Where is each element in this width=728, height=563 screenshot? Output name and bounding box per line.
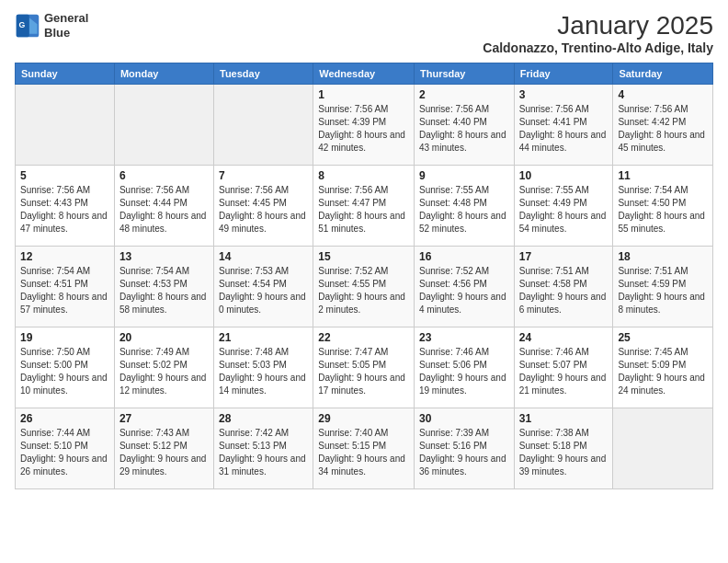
- day-cell: 16Sunrise: 7:52 AM Sunset: 4:56 PM Dayli…: [414, 247, 514, 327]
- location-subtitle: Caldonazzo, Trentino-Alto Adige, Italy: [483, 40, 713, 55]
- day-cell: [16, 85, 115, 166]
- day-info: Sunrise: 7:49 AM Sunset: 5:02 PM Dayligh…: [119, 346, 209, 397]
- day-number: 4: [618, 88, 708, 101]
- day-info: Sunrise: 7:44 AM Sunset: 5:10 PM Dayligh…: [20, 427, 109, 478]
- day-cell: 3Sunrise: 7:56 AM Sunset: 4:41 PM Daylig…: [514, 85, 613, 166]
- day-info: Sunrise: 7:40 AM Sunset: 5:15 PM Dayligh…: [318, 427, 409, 478]
- day-number: 14: [219, 250, 308, 263]
- day-number: 8: [318, 169, 409, 182]
- day-number: 17: [519, 250, 609, 263]
- day-cell: 25Sunrise: 7:45 AM Sunset: 5:09 PM Dayli…: [613, 327, 713, 408]
- day-info: Sunrise: 7:56 AM Sunset: 4:41 PM Dayligh…: [519, 103, 609, 155]
- header: G General Blue January 2025 Caldonazzo, …: [15, 11, 713, 55]
- day-cell: 8Sunrise: 7:56 AM Sunset: 4:47 PM Daylig…: [313, 166, 415, 247]
- day-cell: 23Sunrise: 7:46 AM Sunset: 5:06 PM Dayli…: [414, 327, 514, 408]
- day-number: 3: [519, 88, 609, 101]
- day-cell: 22Sunrise: 7:47 AM Sunset: 5:05 PM Dayli…: [313, 327, 415, 408]
- page-container: G General Blue January 2025 Caldonazzo, …: [0, 0, 728, 497]
- week-row-0: 1Sunrise: 7:56 AM Sunset: 4:39 PM Daylig…: [16, 85, 713, 166]
- day-info: Sunrise: 7:56 AM Sunset: 4:45 PM Dayligh…: [219, 184, 308, 236]
- day-number: 22: [318, 331, 409, 344]
- day-info: Sunrise: 7:56 AM Sunset: 4:47 PM Dayligh…: [318, 184, 409, 236]
- day-cell: 13Sunrise: 7:54 AM Sunset: 4:53 PM Dayli…: [114, 247, 213, 327]
- logo: G General Blue: [15, 11, 88, 40]
- day-info: Sunrise: 7:46 AM Sunset: 5:06 PM Dayligh…: [419, 346, 509, 397]
- day-info: Sunrise: 7:51 AM Sunset: 4:59 PM Dayligh…: [618, 265, 708, 316]
- day-number: 26: [20, 412, 109, 425]
- day-cell: 17Sunrise: 7:51 AM Sunset: 4:58 PM Dayli…: [514, 247, 613, 327]
- day-cell: 20Sunrise: 7:49 AM Sunset: 5:02 PM Dayli…: [114, 327, 213, 408]
- calendar-body: 1Sunrise: 7:56 AM Sunset: 4:39 PM Daylig…: [16, 85, 713, 489]
- day-cell: 29Sunrise: 7:40 AM Sunset: 5:15 PM Dayli…: [313, 408, 415, 489]
- day-cell: 6Sunrise: 7:56 AM Sunset: 4:44 PM Daylig…: [114, 166, 213, 247]
- day-number: 1: [318, 88, 409, 101]
- day-info: Sunrise: 7:56 AM Sunset: 4:44 PM Dayligh…: [119, 184, 209, 236]
- day-info: Sunrise: 7:39 AM Sunset: 5:16 PM Dayligh…: [419, 427, 509, 478]
- header-cell-sunday: Sunday: [16, 63, 115, 85]
- day-info: Sunrise: 7:54 AM Sunset: 4:50 PM Dayligh…: [618, 184, 708, 236]
- day-info: Sunrise: 7:43 AM Sunset: 5:12 PM Dayligh…: [119, 427, 209, 478]
- day-cell: 19Sunrise: 7:50 AM Sunset: 5:00 PM Dayli…: [16, 327, 115, 408]
- day-cell: 4Sunrise: 7:56 AM Sunset: 4:42 PM Daylig…: [613, 85, 713, 166]
- header-cell-thursday: Thursday: [414, 63, 514, 85]
- day-info: Sunrise: 7:42 AM Sunset: 5:13 PM Dayligh…: [219, 427, 308, 478]
- day-cell: 24Sunrise: 7:46 AM Sunset: 5:07 PM Dayli…: [514, 327, 613, 408]
- header-cell-saturday: Saturday: [613, 63, 713, 85]
- header-cell-tuesday: Tuesday: [214, 63, 313, 85]
- header-row: SundayMondayTuesdayWednesdayThursdayFrid…: [16, 63, 713, 85]
- day-info: Sunrise: 7:48 AM Sunset: 5:03 PM Dayligh…: [219, 346, 308, 397]
- logo-line2: Blue: [44, 26, 88, 40]
- day-info: Sunrise: 7:55 AM Sunset: 4:49 PM Dayligh…: [519, 184, 609, 236]
- title-block: January 2025 Caldonazzo, Trentino-Alto A…: [483, 11, 713, 55]
- day-info: Sunrise: 7:38 AM Sunset: 5:18 PM Dayligh…: [519, 427, 609, 478]
- day-info: Sunrise: 7:54 AM Sunset: 4:53 PM Dayligh…: [119, 265, 209, 316]
- day-number: 18: [618, 250, 708, 263]
- week-row-1: 5Sunrise: 7:56 AM Sunset: 4:43 PM Daylig…: [16, 166, 713, 247]
- day-cell: 9Sunrise: 7:55 AM Sunset: 4:48 PM Daylig…: [414, 166, 514, 247]
- day-number: 20: [119, 331, 209, 344]
- day-number: 23: [419, 331, 509, 344]
- logo-text: General Blue: [44, 11, 88, 40]
- day-info: Sunrise: 7:52 AM Sunset: 4:55 PM Dayligh…: [318, 265, 409, 316]
- day-cell: 2Sunrise: 7:56 AM Sunset: 4:40 PM Daylig…: [414, 85, 514, 166]
- day-cell: 28Sunrise: 7:42 AM Sunset: 5:13 PM Dayli…: [214, 408, 313, 489]
- day-cell: 21Sunrise: 7:48 AM Sunset: 5:03 PM Dayli…: [214, 327, 313, 408]
- day-number: 9: [419, 169, 509, 182]
- day-number: 2: [419, 88, 509, 101]
- calendar-table: SundayMondayTuesdayWednesdayThursdayFrid…: [15, 63, 713, 489]
- day-number: 28: [219, 412, 308, 425]
- day-number: 15: [318, 250, 409, 263]
- day-number: 24: [519, 331, 609, 344]
- day-cell: 31Sunrise: 7:38 AM Sunset: 5:18 PM Dayli…: [514, 408, 613, 489]
- day-cell: 15Sunrise: 7:52 AM Sunset: 4:55 PM Dayli…: [313, 247, 415, 327]
- day-cell: 27Sunrise: 7:43 AM Sunset: 5:12 PM Dayli…: [114, 408, 213, 489]
- header-cell-monday: Monday: [114, 63, 213, 85]
- day-cell: 18Sunrise: 7:51 AM Sunset: 4:59 PM Dayli…: [613, 247, 713, 327]
- day-info: Sunrise: 7:46 AM Sunset: 5:07 PM Dayligh…: [519, 346, 609, 397]
- day-cell: [613, 408, 713, 489]
- day-info: Sunrise: 7:51 AM Sunset: 4:58 PM Dayligh…: [519, 265, 609, 316]
- calendar-header: SundayMondayTuesdayWednesdayThursdayFrid…: [16, 63, 713, 85]
- day-number: 25: [618, 331, 708, 344]
- day-cell: 11Sunrise: 7:54 AM Sunset: 4:50 PM Dayli…: [613, 166, 713, 247]
- day-number: 29: [318, 412, 409, 425]
- svg-text:G: G: [18, 19, 25, 29]
- header-cell-friday: Friday: [514, 63, 613, 85]
- day-cell: [114, 85, 213, 166]
- day-cell: 30Sunrise: 7:39 AM Sunset: 5:16 PM Dayli…: [414, 408, 514, 489]
- day-info: Sunrise: 7:52 AM Sunset: 4:56 PM Dayligh…: [419, 265, 509, 316]
- header-cell-wednesday: Wednesday: [313, 63, 415, 85]
- day-info: Sunrise: 7:56 AM Sunset: 4:43 PM Dayligh…: [20, 184, 109, 236]
- day-info: Sunrise: 7:55 AM Sunset: 4:48 PM Dayligh…: [419, 184, 509, 236]
- day-cell: 1Sunrise: 7:56 AM Sunset: 4:39 PM Daylig…: [313, 85, 415, 166]
- logo-icon: G: [15, 13, 40, 39]
- day-info: Sunrise: 7:47 AM Sunset: 5:05 PM Dayligh…: [318, 346, 409, 397]
- day-cell: 5Sunrise: 7:56 AM Sunset: 4:43 PM Daylig…: [16, 166, 115, 247]
- day-cell: 7Sunrise: 7:56 AM Sunset: 4:45 PM Daylig…: [214, 166, 313, 247]
- day-info: Sunrise: 7:53 AM Sunset: 4:54 PM Dayligh…: [219, 265, 308, 316]
- day-number: 6: [119, 169, 209, 182]
- day-info: Sunrise: 7:56 AM Sunset: 4:40 PM Dayligh…: [419, 103, 509, 155]
- day-cell: 10Sunrise: 7:55 AM Sunset: 4:49 PM Dayli…: [514, 166, 613, 247]
- day-info: Sunrise: 7:56 AM Sunset: 4:39 PM Dayligh…: [318, 103, 409, 155]
- day-number: 27: [119, 412, 209, 425]
